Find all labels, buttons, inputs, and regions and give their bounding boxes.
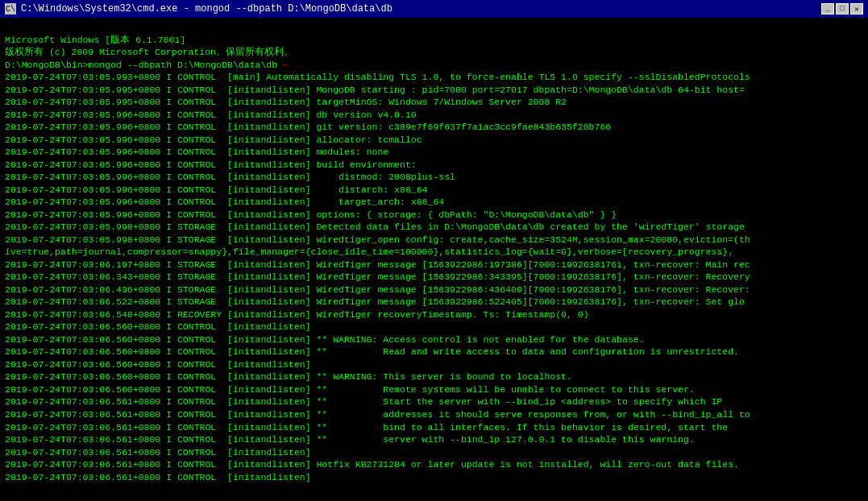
terminal-line: 2019-07-24T07:03:06.560+0800 I CONTROL [… bbox=[5, 358, 863, 371]
terminal-line: 2019-07-24T07:03:05.996+0800 I CONTROL [… bbox=[5, 209, 863, 222]
terminal-line: 2019-07-24T07:03:05.996+0800 I CONTROL [… bbox=[5, 146, 863, 159]
terminal-line: 2019-07-24T07:03:06.548+0800 I RECOVERY … bbox=[5, 308, 863, 321]
terminal-line: 2019-07-24T07:03:06.561+0800 I CONTROL [… bbox=[5, 433, 863, 446]
terminal-line: 2019-07-24T07:03:06.561+0800 I CONTROL [… bbox=[5, 471, 863, 484]
terminal-line: 2019-07-24T07:03:05.998+0800 I STORAGE [… bbox=[5, 234, 863, 246]
terminal-line: 2019-07-24T07:03:05.995+0800 I CONTROL [… bbox=[5, 84, 863, 97]
terminal-line: ive=true,path=journal,compressor=snappy}… bbox=[5, 246, 863, 259]
minimize-button[interactable]: _ bbox=[821, 3, 834, 14]
terminal-line: 2019-07-24T07:03:05.996+0800 I CONTROL [… bbox=[5, 109, 863, 122]
close-button[interactable]: ✕ bbox=[850, 3, 863, 14]
terminal-line: 2019-07-24T07:03:06.436+0800 I STORAGE [… bbox=[5, 284, 863, 296]
terminal-line: 2019-07-24T07:03:06.560+0800 I CONTROL [… bbox=[5, 346, 863, 358]
terminal-line: 2019-07-24T07:03:05.996+0800 I CONTROL [… bbox=[5, 134, 863, 147]
terminal-line: 2019-07-24T07:03:05.996+0800 I CONTROL [… bbox=[5, 159, 863, 172]
terminal-line: D:\MongoDB\bin>mongod --dbpath D:\MongoD… bbox=[5, 59, 863, 72]
terminal-line: 2019-07-24T07:03:05.996+0800 I CONTROL [… bbox=[5, 121, 863, 134]
terminal-line: 2019-07-24T07:03:06.561+0800 I CONTROL [… bbox=[5, 458, 863, 471]
terminal-line: 2019-07-24T07:03:06.561+0800 I CONTROL [… bbox=[5, 408, 863, 421]
title-bar-controls: _ □ ✕ bbox=[821, 3, 863, 14]
terminal: Microsoft Windows [版本 6.1.7601]版权所有 (c) … bbox=[0, 18, 868, 501]
terminal-line: 2019-07-24T07:03:05.996+0800 I CONTROL [… bbox=[5, 171, 863, 184]
maximize-button[interactable]: □ bbox=[836, 3, 849, 14]
title-bar-text: C:\Windows\System32\cmd.exe - mongod --d… bbox=[21, 3, 816, 14]
terminal-line: 2019-07-24T07:03:06.560+0800 I CONTROL [… bbox=[5, 383, 863, 396]
terminal-line: 版权所有 (c) 2009 Microsoft Corporation。保留所有… bbox=[5, 46, 863, 59]
terminal-line: 2019-07-24T07:03:06.522+0800 I STORAGE [… bbox=[5, 296, 863, 308]
terminal-line: 2019-07-24T07:03:06.561+0800 I CONTROL [… bbox=[5, 395, 863, 408]
terminal-line: 2019-07-24T07:03:05.998+0800 I STORAGE [… bbox=[5, 221, 863, 234]
title-bar-icon: C\ bbox=[5, 3, 16, 14]
terminal-line: 2019-07-24T07:03:05.995+0800 I CONTROL [… bbox=[5, 96, 863, 109]
terminal-line: 2019-07-24T07:03:05.996+0800 I CONTROL [… bbox=[5, 184, 863, 197]
terminal-line: 2019-07-24T07:03:06.561+0800 I CONTROL [… bbox=[5, 421, 863, 434]
terminal-line: 2019-07-24T07:03:06.561+0800 I CONTROL [… bbox=[5, 446, 863, 459]
terminal-line: 2019-07-24T07:03:06.560+0800 I CONTROL [… bbox=[5, 321, 863, 333]
terminal-line: 2019-07-24T07:03:05.996+0800 I CONTROL [… bbox=[5, 196, 863, 209]
terminal-line: 2019-07-24T07:03:06.560+0800 I CONTROL [… bbox=[5, 371, 863, 383]
terminal-line: Microsoft Windows [版本 6.1.7601] bbox=[5, 34, 863, 47]
terminal-line: 2019-07-24T07:03:06.197+0800 I STORAGE [… bbox=[5, 259, 863, 271]
title-bar: C\ C:\Windows\System32\cmd.exe - mongod … bbox=[0, 0, 868, 18]
terminal-line: 2019-07-24T07:03:05.993+0800 I CONTROL [… bbox=[5, 71, 863, 84]
terminal-line: 2019-07-24T07:03:06.560+0800 I CONTROL [… bbox=[5, 333, 863, 346]
terminal-line: 2019-07-24T07:03:06.343+0800 I STORAGE [… bbox=[5, 271, 863, 284]
